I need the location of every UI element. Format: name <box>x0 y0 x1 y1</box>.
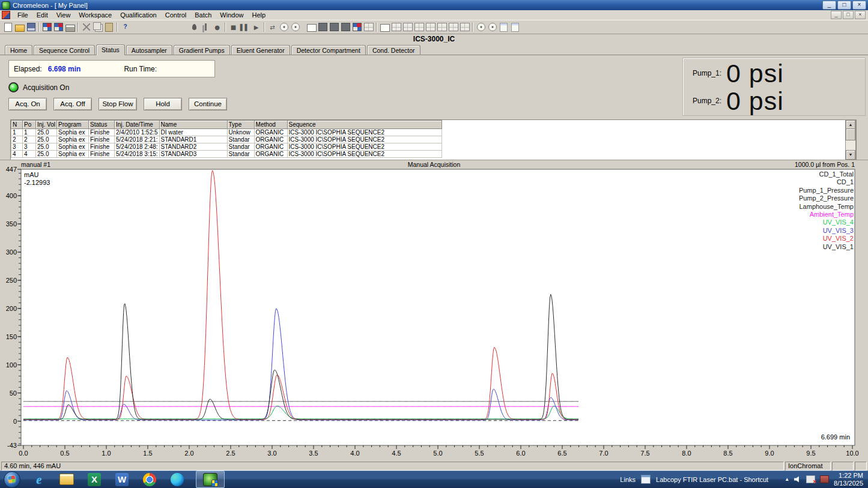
table-row[interactable]: 2225.0Sophia exFinishe5/24/2018 2:21:STA… <box>11 136 442 143</box>
menu-control[interactable]: Control <box>161 11 190 19</box>
prime-icon[interactable] <box>200 22 211 32</box>
menu-window[interactable]: Window <box>216 11 247 19</box>
tile-icon[interactable] <box>402 22 413 32</box>
chart-icon[interactable] <box>390 22 402 32</box>
shortcut-label[interactable]: Labcopy FTIR Laser PC.bat - Shortcut <box>656 476 768 483</box>
start-button-icon[interactable] <box>4 471 20 488</box>
tile-icon[interactable] <box>425 22 436 32</box>
pause-icon[interactable]: ▌▌ <box>239 22 250 32</box>
open-icon[interactable] <box>14 22 25 32</box>
table-row[interactable]: 3325.0Sophia exFinishe5/24/2018 2:48:STA… <box>11 143 442 151</box>
title-bar[interactable]: Chromeleon - [ My Panel] _□× <box>0 0 868 10</box>
chromatogram-panel[interactable]: 447400350300250200150100500-430.00.51.01… <box>0 160 868 462</box>
tile-icon[interactable] <box>413 22 425 32</box>
play-icon[interactable]: ▶ <box>250 22 262 32</box>
menu-qualification[interactable]: Qualification <box>116 11 161 19</box>
acq-off-button[interactable]: Acq. Off <box>53 98 92 110</box>
report-icon[interactable] <box>351 22 363 32</box>
column-header-n[interactable]: N <box>11 121 23 129</box>
taskbar-chrome-icon[interactable] <box>142 472 157 487</box>
taskbar-edge-icon[interactable] <box>170 472 184 487</box>
cut-icon[interactable] <box>80 22 92 32</box>
print-icon[interactable] <box>64 22 76 32</box>
scroll-down-icon[interactable]: ▼ <box>846 150 855 160</box>
child-close-button[interactable]: × <box>855 11 866 19</box>
panel-layout-icon[interactable] <box>53 22 64 32</box>
workspace-icon[interactable] <box>41 22 53 32</box>
column-header-program[interactable]: Program <box>57 121 89 129</box>
taskbar-explorer-icon[interactable] <box>59 472 74 487</box>
plot-icon[interactable] <box>329 22 340 32</box>
taskbar-chromeleon-button[interactable] <box>196 471 225 488</box>
tab-detector-compartment[interactable]: Detector Compartment <box>291 45 366 55</box>
script-icon[interactable] <box>509 22 521 32</box>
monitor-icon[interactable] <box>278 22 290 32</box>
column-header-method[interactable]: Method <box>254 121 287 129</box>
tab-status[interactable]: Status <box>96 44 125 55</box>
taskbar-excel-icon[interactable]: X <box>87 472 102 487</box>
paste-icon[interactable] <box>103 22 115 32</box>
links-toolbar[interactable]: Links <box>620 476 636 483</box>
table-row[interactable]: 1125.0Sophia exFinishe2/4/2010 1:52:5DI … <box>11 129 442 136</box>
menu-edit[interactable]: Edit <box>32 11 52 19</box>
acq-on-button[interactable]: Acq. On <box>8 98 47 110</box>
column-header-status[interactable]: Status <box>89 121 115 129</box>
close-button[interactable]: × <box>852 1 866 10</box>
new-document-icon[interactable] <box>2 22 14 32</box>
taskbar-word-icon[interactable]: W <box>115 472 129 487</box>
table-scrollbar[interactable]: ▲ ▼ <box>845 119 856 160</box>
save-icon[interactable] <box>25 22 37 32</box>
tab-sequence-control[interactable]: Sequence Control <box>34 45 95 55</box>
column-header-sequence[interactable]: Sequence <box>287 121 442 129</box>
plot-icon[interactable] <box>340 22 351 32</box>
column-header-po[interactable]: Po <box>23 121 36 129</box>
column-header-inj-vol[interactable]: Inj. Vol <box>36 121 57 129</box>
hold-button[interactable]: Hold <box>144 98 182 110</box>
tab-eluent-generator[interactable]: Eluent Generator <box>231 45 290 55</box>
column-header-name[interactable]: Name <box>159 121 227 129</box>
shortcut-icon[interactable] <box>641 475 651 484</box>
menu-batch[interactable]: Batch <box>190 11 216 19</box>
restore-button[interactable]: □ <box>837 1 851 10</box>
clock[interactable]: 1:22 PM 8/13/2025 <box>834 472 863 487</box>
column-header-inj-date-time[interactable]: Inj. Date/Time <box>115 121 160 129</box>
grid-icon[interactable] <box>459 22 470 32</box>
chromatogram-plot[interactable]: 447400350300250200150100500-430.00.51.01… <box>0 160 868 462</box>
timer-icon[interactable] <box>487 22 498 32</box>
table-row[interactable]: 4425.0Sophia exFinishe5/24/2018 3:15:STA… <box>11 151 442 158</box>
tab-gradient-pumps[interactable]: Gradient Pumps <box>174 45 230 55</box>
palette-icon[interactable] <box>363 22 374 32</box>
tile-icon[interactable] <box>436 22 448 32</box>
tab-home[interactable]: Home <box>5 45 32 55</box>
continue-button[interactable]: Continue <box>189 98 227 110</box>
frame-icon[interactable] <box>306 22 317 32</box>
plot-icon[interactable] <box>317 22 329 32</box>
scroll-thumb[interactable] <box>846 128 855 140</box>
column-header-type[interactable]: Type <box>227 121 254 129</box>
stop-flow-button[interactable]: Stop Flow <box>99 98 137 110</box>
window-icon[interactable] <box>379 22 390 32</box>
menu-help[interactable]: Help <box>247 11 270 19</box>
child-restore-button[interactable]: □ <box>843 11 854 19</box>
context-help-icon[interactable]: ? <box>120 22 131 32</box>
copy-icon[interactable] <box>92 22 103 32</box>
network-icon[interactable] <box>806 475 815 483</box>
audit-icon[interactable] <box>290 22 301 32</box>
record-icon[interactable]: ● <box>211 22 223 32</box>
sample-table[interactable]: NPoInj. VolProgramStatusInj. Date/TimeNa… <box>11 120 442 158</box>
inject-icon[interactable] <box>189 22 200 32</box>
menu-file[interactable]: File <box>13 11 32 19</box>
minimize-button[interactable]: _ <box>822 1 836 10</box>
tray-app-icon[interactable] <box>820 475 829 483</box>
grid-icon[interactable] <box>448 22 459 32</box>
menu-view[interactable]: View <box>52 11 75 19</box>
schedule-icon[interactable] <box>475 22 487 32</box>
taskbar-ie-icon[interactable]: e <box>32 472 46 487</box>
volume-icon[interactable] <box>794 476 801 483</box>
stop-icon[interactable]: ■ <box>228 22 239 32</box>
tray-expand-icon[interactable]: ▲ <box>785 477 789 482</box>
script-icon[interactable] <box>498 22 509 32</box>
tab-autosampler[interactable]: Autosampler <box>126 45 172 55</box>
tab-cond-detector[interactable]: Cond. Detector <box>367 45 420 55</box>
menu-workspace[interactable]: Workspace <box>74 11 116 19</box>
